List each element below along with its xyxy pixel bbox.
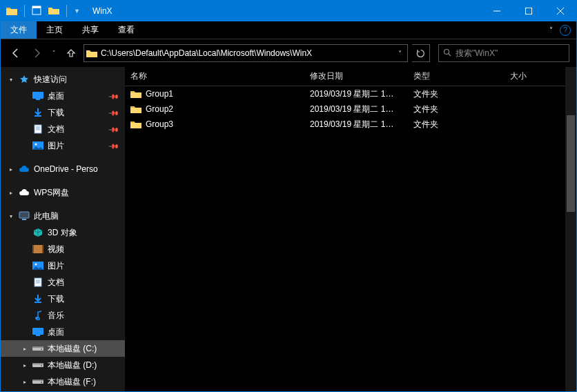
sidebar-onedrive[interactable]: ▸ OneDrive - Perso — [1, 161, 125, 177]
svg-rect-2 — [526, 8, 532, 14]
scrollbar-thumb[interactable] — [567, 115, 575, 212]
expand-icon[interactable]: ▸ — [21, 379, 28, 385]
svg-rect-27 — [32, 380, 43, 381]
expand-icon[interactable]: ▸ — [8, 190, 14, 196]
sidebar-item-drive[interactable]: ▸本地磁盘 (F:) — [1, 373, 125, 390]
table-row[interactable]: Group32019/03/19 星期二 1…文件夹 — [125, 117, 576, 132]
doc-icon — [32, 277, 43, 288]
close-button[interactable] — [545, 1, 576, 21]
sidebar-this-pc[interactable]: ▾ 此电脑 — [1, 208, 125, 224]
download-icon — [32, 293, 43, 304]
refresh-button[interactable] — [412, 44, 430, 62]
collapse-icon[interactable]: ▾ — [8, 213, 14, 219]
sidebar-item-label: 桌面 — [48, 326, 64, 338]
up-button[interactable] — [63, 45, 79, 61]
pin-icon: 📌 — [108, 90, 119, 101]
qat-dropdown-icon[interactable]: ▼ — [74, 8, 80, 14]
sidebar-wps[interactable]: ▸ WPS网盘 — [1, 184, 125, 201]
new-folder-icon[interactable] — [48, 6, 59, 17]
expand-icon[interactable]: ▸ — [21, 362, 28, 369]
ribbon: 文件 主页 共享 查看 ˅ ? — [1, 21, 576, 39]
expand-icon[interactable]: ▸ — [21, 346, 28, 352]
picture-icon — [32, 140, 43, 151]
search-box[interactable]: 搜索"WinX" — [438, 44, 569, 62]
body: ▾ 快速访问 ▸桌面📌▸下载📌▸文档📌▸图片📌 ▸ OneDrive - Per… — [1, 67, 576, 391]
music-icon — [32, 310, 43, 321]
column-name[interactable]: 名称 — [125, 67, 304, 86]
sidebar-item-label: 音乐 — [48, 310, 64, 322]
separator — [24, 5, 25, 17]
table-row[interactable]: Group22019/03/19 星期二 1…文件夹 — [125, 101, 576, 117]
tab-view[interactable]: 查看 — [108, 21, 144, 39]
sidebar-item-label: 下载 — [48, 293, 64, 305]
tab-home[interactable]: 主页 — [37, 21, 72, 39]
svg-rect-6 — [35, 125, 41, 133]
svg-rect-16 — [35, 278, 41, 286]
window-title: WinX — [86, 6, 113, 16]
explorer-window: ▼ WinX 文件 主页 共享 查看 ˅ ? ˅ — [0, 0, 577, 392]
sidebar-item-pc[interactable]: ▸下载 — [1, 291, 125, 307]
sidebar-item-label: WPS网盘 — [34, 187, 69, 199]
file-type: 文件夹 — [408, 104, 505, 115]
sidebar-item-label: 本地磁盘 (D:) — [48, 360, 97, 371]
ribbon-collapse-icon[interactable]: ˅ — [549, 26, 553, 34]
sidebar-quick-access[interactable]: ▾ 快速访问 — [1, 71, 125, 88]
sidebar-item-quick[interactable]: ▸桌面📌 — [1, 88, 125, 104]
svg-point-3 — [444, 49, 449, 54]
column-date[interactable]: 修改日期 — [304, 67, 408, 86]
star-icon — [19, 74, 30, 85]
pin-icon: 📌 — [108, 140, 119, 151]
file-date: 2019/03/19 星期二 1… — [304, 88, 408, 100]
sidebar-item-pc[interactable]: ▸桌面 — [1, 324, 125, 340]
file-tab[interactable]: 文件 — [1, 21, 37, 39]
sidebar-item-pc[interactable]: ▸音乐 — [1, 307, 125, 324]
svg-rect-4 — [32, 92, 43, 99]
sidebar-item-quick[interactable]: ▸文档📌 — [1, 121, 125, 137]
folder-icon — [6, 6, 17, 16]
sidebar-item-pc[interactable]: ▸文档 — [1, 274, 125, 291]
address-dropdown-icon[interactable]: ˅ — [392, 45, 407, 61]
collapse-icon[interactable]: ▾ — [8, 77, 14, 83]
sidebar-item-label: 本地磁盘 (C:) — [48, 343, 97, 355]
sidebar-item-pc[interactable]: ▸图片 — [1, 257, 125, 274]
tab-share[interactable]: 共享 — [72, 21, 108, 39]
sidebar-item-label: OneDrive - Perso — [34, 164, 98, 174]
sidebar-item-quick[interactable]: ▸图片📌 — [1, 137, 125, 154]
quick-access-toolbar: ▼ — [1, 5, 86, 17]
history-dropdown-icon[interactable]: ˅ — [49, 50, 59, 57]
sidebar-item-quick[interactable]: ▸下载📌 — [1, 104, 125, 121]
folder-icon — [130, 119, 141, 129]
address-bar[interactable]: ˅ — [84, 44, 408, 62]
column-type[interactable]: 类型 — [408, 67, 505, 86]
minimize-button[interactable] — [481, 1, 513, 21]
column-headers: 名称 修改日期 类型 大小 — [125, 67, 576, 86]
svg-rect-14 — [32, 262, 43, 270]
svg-rect-20 — [32, 346, 43, 351]
sidebar-item-pc[interactable]: ▸视频 — [1, 241, 125, 257]
drive-icon — [32, 360, 43, 371]
sidebar-item-label: 文档 — [48, 124, 64, 135]
expand-icon[interactable]: ▸ — [8, 166, 14, 173]
svg-rect-23 — [32, 363, 43, 367]
sidebar-item-label: 此电脑 — [34, 210, 59, 222]
file-date: 2019/03/19 星期二 1… — [304, 104, 408, 115]
sidebar-item-drive[interactable]: ▸本地磁盘 (C:) — [1, 340, 125, 357]
properties-icon[interactable] — [32, 6, 41, 17]
table-row[interactable]: Group12019/03/19 星期二 1…文件夹 — [125, 86, 576, 101]
maximize-button[interactable] — [513, 1, 545, 21]
sidebar-item-label: 图片 — [48, 260, 64, 272]
desktop-icon — [32, 326, 43, 337]
sidebar-item-label: 图片 — [48, 140, 64, 152]
sidebar-item-drive[interactable]: ▸本地磁盘 (D:) — [1, 357, 125, 373]
address-input[interactable] — [99, 45, 392, 61]
svg-point-22 — [41, 349, 42, 350]
search-icon — [443, 48, 451, 59]
forward-button[interactable] — [28, 45, 45, 61]
help-icon[interactable]: ? — [560, 25, 571, 36]
back-button[interactable] — [8, 45, 24, 61]
sidebar-item-pc[interactable]: ▸3D 对象 — [1, 224, 125, 241]
svg-point-25 — [41, 365, 42, 366]
svg-point-28 — [41, 382, 42, 383]
sidebar-item-label: 本地磁盘 (F:) — [48, 376, 96, 388]
scrollbar[interactable] — [565, 67, 576, 391]
